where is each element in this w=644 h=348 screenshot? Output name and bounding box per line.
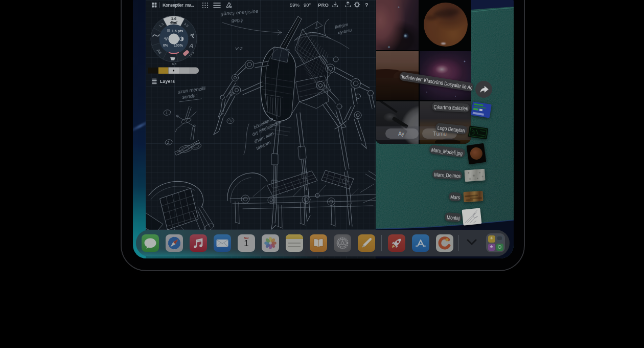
svg-text:A: A: [189, 42, 194, 49]
svg-text:V-2: V-2: [235, 46, 243, 51]
svg-text:Konseptler_ma...: Konseptler_ma...: [163, 3, 194, 8]
svg-text:PRO: PRO: [318, 2, 329, 8]
svg-text:2: 2: [167, 140, 170, 145]
svg-text:geçiş: geçiş: [232, 17, 243, 23]
svg-text:0%: 0%: [163, 44, 169, 47]
svg-text:1: 1: [166, 111, 168, 115]
svg-text:?: ?: [365, 2, 368, 8]
svg-text:1.6: 1.6: [171, 16, 176, 21]
svg-text:90°: 90°: [304, 2, 311, 8]
svg-text:1.6 pts: 1.6 pts: [172, 29, 183, 33]
svg-text:6.8: 6.8: [172, 62, 177, 66]
svg-text:Layers: Layers: [160, 79, 175, 84]
svg-text:59%: 59%: [290, 2, 300, 8]
